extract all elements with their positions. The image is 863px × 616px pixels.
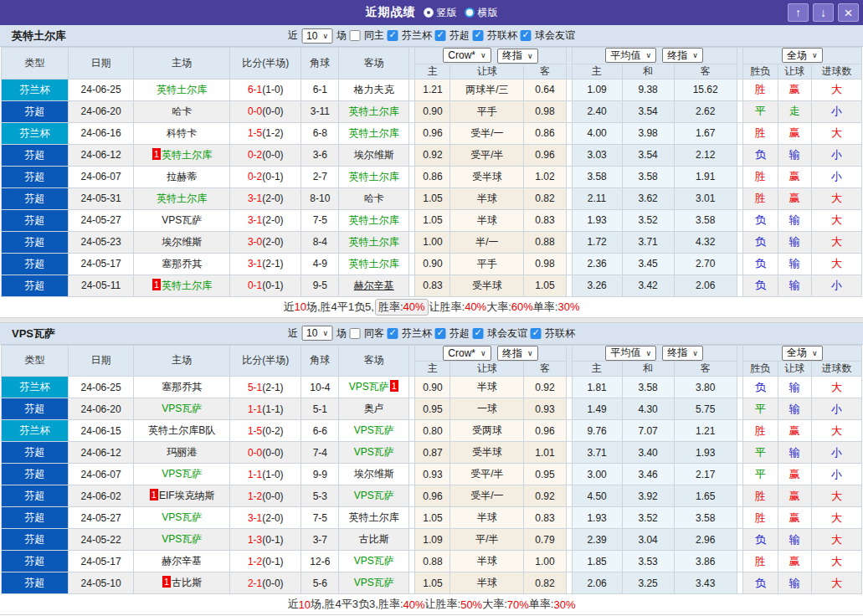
league-label-2: 球会友谊 — [487, 326, 527, 341]
outcome-cell: 大 — [811, 187, 861, 209]
move-down-button[interactable]: ↓ — [813, 3, 834, 22]
scope-select-cell: 全场∨ — [742, 48, 861, 64]
avg-odds-cell: 2.17 — [674, 464, 737, 485]
team-name-text: VPS瓦萨 — [162, 533, 202, 545]
outcome-cell: 胜 — [742, 187, 778, 209]
outcome-cell: 小 — [811, 100, 861, 122]
avg-odds-cell: 2.06 — [674, 275, 737, 296]
average-select[interactable]: 平均值∨ — [605, 48, 656, 63]
avg-odds-cell: 1.93 — [674, 442, 737, 464]
crow-odds-cell: 0.64 — [524, 79, 566, 100]
odds-stage-select-2[interactable]: 终指∨ — [662, 346, 703, 361]
half-time-score: (1-2) — [262, 127, 283, 139]
team-name-text: 古比斯 — [172, 577, 202, 588]
outcome-cell: 平 — [742, 100, 778, 122]
half-time-score: (1-0) — [262, 469, 283, 480]
col-header-corner: 角球 — [301, 48, 339, 80]
corner-cell: 7-5 — [301, 507, 339, 529]
corner-cell: 5-3 — [301, 485, 339, 507]
odds-stage-select-2[interactable]: 终指∨ — [662, 48, 703, 63]
chevron-down-icon: ∨ — [527, 349, 533, 357]
league-type-cell: 芬超 — [2, 253, 69, 275]
score-cell: 1-5(0-2) — [230, 420, 301, 442]
outcome-cell: 大 — [811, 377, 861, 398]
bookmaker-select-cell: Crow*∨ 终指∨ — [415, 48, 566, 64]
titlebar: 近期战绩 竖版 横版 ↑ ↓ × — [0, 0, 863, 25]
league-checkbox-3[interactable] — [531, 328, 542, 339]
col-result-handicap: 让球 — [778, 64, 811, 79]
bookmaker-select[interactable]: Crow*∨ — [443, 346, 491, 361]
bookmaker-select[interactable]: Crow*∨ — [443, 48, 491, 63]
avg-odds-cell: 3.58 — [572, 166, 622, 187]
scope-select[interactable]: 全场∨ — [782, 48, 823, 63]
layout-horizontal-option[interactable]: 横版 — [465, 6, 498, 20]
full-time-score: 3-0 — [248, 236, 262, 248]
away-team-cell: 埃尔维斯 — [339, 144, 409, 166]
scope-select[interactable]: 全场∨ — [782, 346, 823, 361]
separator-cell — [566, 209, 572, 231]
crow-odds-cell: 0.95 — [524, 464, 566, 485]
crow-odds-cell: 1.05 — [415, 572, 450, 594]
same-venue-checkbox[interactable] — [350, 328, 361, 339]
away-team-cell: 奥卢 — [339, 398, 409, 420]
crow-odds-cell: 0.86 — [524, 122, 566, 144]
league-checkbox-2[interactable] — [473, 30, 484, 41]
footer-text: 10 — [298, 598, 310, 611]
half-time-score: (0-1) — [262, 556, 283, 567]
move-up-button[interactable]: ↑ — [788, 3, 809, 22]
titlebar-center: 近期战绩 竖版 横版 — [0, 0, 863, 25]
layout-vertical-option[interactable]: 竖版 — [424, 6, 457, 20]
league-checkbox-3[interactable] — [521, 30, 532, 41]
odds-stage-value: 终指 — [502, 49, 522, 63]
match-date: 24-05-17 — [69, 551, 134, 572]
avg-odds-cell: 4.00 — [572, 122, 622, 144]
home-team-cell: 1EIF埃克纳斯 — [134, 485, 230, 507]
avg-odds-cell: 3.92 — [622, 485, 674, 507]
odds-stage-select[interactable]: 终指∨ — [497, 49, 538, 64]
scope-select-value: 全场 — [787, 346, 807, 360]
match-row: 芬超24-05-27VPS瓦萨3-1(2-0)7-5英特土尔库1.05半球0.8… — [2, 209, 862, 231]
score-cell: 3-0(2-0) — [230, 231, 301, 253]
match-rows: 芬兰杯24-06-25英特土尔库6-1(1-0)6-1格力夫克1.21两球半/三… — [2, 79, 862, 296]
half-time-score: (0-1) — [262, 534, 283, 546]
close-button[interactable]: × — [838, 3, 859, 22]
radio-selected-icon[interactable] — [424, 8, 434, 18]
col-header-home: 主场 — [134, 345, 230, 377]
team-name-text: 科特卡 — [167, 127, 197, 139]
league-checkbox-1[interactable] — [435, 328, 446, 339]
away-team-cell: VPS瓦萨 — [339, 420, 409, 442]
scope-select-cell: 全场∨ — [742, 345, 861, 362]
avg-odds-cell: 2.36 — [572, 253, 622, 275]
crow-odds-cell: 0.88 — [415, 551, 450, 572]
average-select[interactable]: 平均值∨ — [605, 346, 656, 361]
separator-column — [566, 345, 572, 377]
avg-odds-cell: 3.26 — [572, 275, 622, 296]
average-select-value: 平均值 — [610, 49, 640, 63]
match-count-select[interactable]: 10∨ — [301, 326, 333, 341]
outcome-cell: 小 — [811, 442, 861, 464]
odds-stage-select[interactable]: 终指∨ — [497, 346, 538, 361]
home-team-cell: 科特卡 — [134, 122, 230, 144]
separator-cell — [566, 253, 572, 275]
radio-unselected-icon[interactable] — [465, 8, 475, 18]
league-checkbox-1[interactable] — [435, 30, 446, 41]
avg-odds-cell: 15.62 — [674, 79, 737, 100]
team-header-row: VPS瓦萨 近 10∨ 场 同客 芬兰杯芬超球会友谊芬联杯 — [0, 323, 863, 345]
games-label: 场 — [336, 28, 347, 43]
crow-odds-cell: 0.90 — [415, 253, 450, 275]
league-checkbox-0[interactable] — [388, 30, 398, 41]
away-team-cell: 英特土尔库 — [339, 100, 409, 122]
match-count-select[interactable]: 10∨ — [301, 28, 333, 44]
avg-odds-cell: 3.43 — [674, 572, 737, 594]
league-type-cell: 芬超 — [2, 485, 69, 507]
match-date: 24-05-11 — [69, 275, 134, 296]
outcome-cell: 负 — [742, 377, 778, 398]
col-crow-away: 客 — [524, 362, 566, 377]
same-venue-checkbox[interactable] — [350, 30, 361, 41]
outcome-cell: 大 — [811, 253, 861, 275]
league-checkbox-0[interactable] — [388, 328, 398, 339]
crow-odds-cell: 0.92 — [524, 377, 566, 398]
up-arrow-icon: ↑ — [795, 6, 801, 19]
league-checkbox-2[interactable] — [473, 328, 484, 339]
full-time-score: 1-3 — [248, 534, 262, 546]
